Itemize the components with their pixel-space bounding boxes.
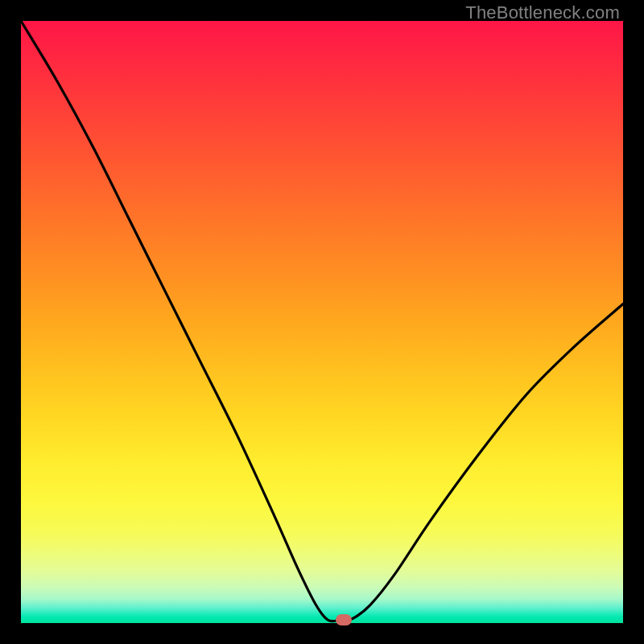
attribution-text: TheBottleneck.com <box>465 2 620 23</box>
plot-area <box>21 21 623 623</box>
optimal-point-marker <box>336 614 352 625</box>
chart-frame: TheBottleneck.com <box>0 0 644 644</box>
bottleneck-curve <box>21 21 623 623</box>
